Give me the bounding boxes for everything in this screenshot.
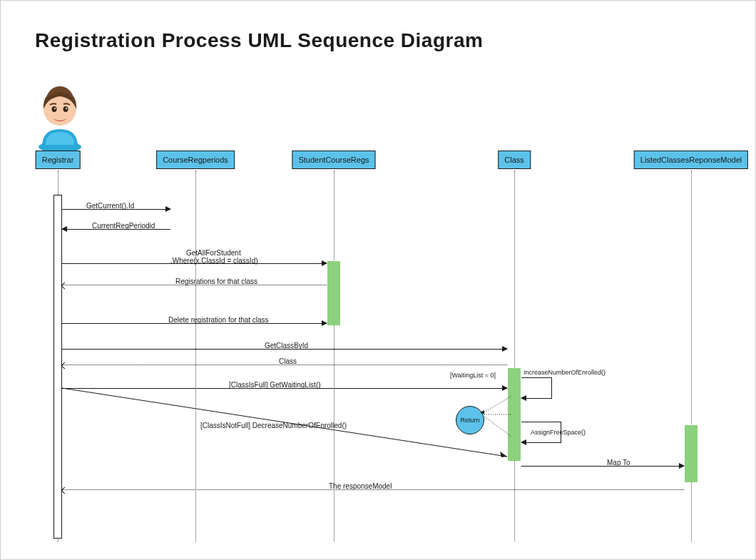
activation-registrar: [53, 195, 62, 539]
svg-point-4: [54, 108, 56, 109]
msg-getclassbyid: GetClassById: [265, 342, 308, 350]
msg-currentperiod: CurrentRegPeriodid: [92, 222, 155, 230]
msg-getall2: .Where(x.ClassId = classId): [170, 257, 258, 265]
self-arrow: [521, 422, 561, 443]
lifeline-line: [691, 170, 692, 541]
svg-point-5: [66, 108, 67, 109]
msg-deletereg: Delete registration for that class: [168, 316, 269, 324]
msg-getcurrent: GetCurrent().Id: [86, 202, 134, 210]
svg-point-3: [63, 106, 68, 112]
msg-getall1: GetAllForStudent: [186, 249, 241, 257]
msg-mapto: Map To: [607, 459, 630, 467]
svg-marker-8: [500, 452, 507, 457]
msg-classnotfull: [ClassIsNotFull] DecreaseNumberOfEnrolle…: [200, 422, 347, 429]
activation-scr: [327, 261, 340, 325]
lifeline-line: [195, 170, 196, 541]
svg-point-2: [52, 106, 57, 112]
page-title: Registration Process UML Sequence Diagra…: [35, 29, 483, 52]
msg-responsemodel: The responseModel: [329, 482, 392, 490]
lifeline-class: Class: [498, 151, 531, 169]
msg-regsforclass: Regisrations for that class: [175, 278, 257, 285]
msg-waitingzero: [WaitingList = 0]: [450, 372, 496, 379]
arrow: [521, 466, 684, 467]
lifeline-studentcourseregs: StudentCourseRegs: [292, 151, 375, 169]
msg-increase: IncreaseNumberOfEnrolled(): [523, 369, 606, 376]
actor-avatar: [28, 79, 92, 151]
lifeline-courseregperiods: CourseRegperiods: [156, 151, 235, 169]
lifeline-registrar: Registrar: [36, 151, 81, 169]
lifeline-line: [514, 170, 515, 541]
activation-model: [685, 425, 698, 482]
lifeline-model: ListedClassesReponseModel: [634, 151, 748, 169]
self-arrow: [521, 377, 552, 399]
msg-classreturn: Class: [279, 357, 297, 365]
diagram-canvas: Registration Process UML Sequence Diagra…: [0, 0, 756, 560]
